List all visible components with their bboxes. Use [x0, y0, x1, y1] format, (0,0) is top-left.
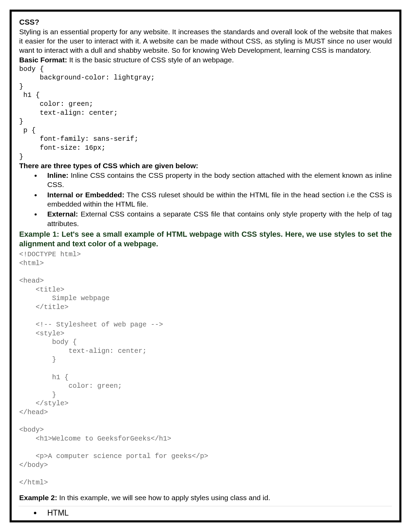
example1-heading: Example 1: Let's see a small example of …: [19, 230, 392, 249]
page-border: CSS? Styling is an essential property fo…: [10, 10, 401, 522]
type-desc: Inline CSS contains the CSS property in …: [47, 171, 392, 188]
code-block-basic-format: body { background-color: lightgray; } h1…: [19, 65, 392, 161]
document-page: CSS? Styling is an essential property fo…: [0, 0, 411, 532]
list-item: Inline: Inline CSS contains the CSS prop…: [41, 171, 392, 189]
type-desc: External CSS contains a separate CSS fil…: [47, 210, 392, 227]
css-types-list: Inline: Inline CSS contains the CSS prop…: [19, 171, 392, 228]
example2-list: HTML: [19, 508, 392, 518]
basic-format-label: Basic Format:: [19, 56, 67, 64]
example2-text: In this example, we will see how to appl…: [57, 494, 270, 502]
css-heading: CSS?: [19, 18, 392, 27]
type-name: External:: [47, 210, 78, 218]
intro-paragraph: Styling is an essential property for any…: [19, 27, 392, 55]
basic-format-text: It is the basic structure of CSS style o…: [67, 56, 234, 64]
list-item: External: External CSS contains a separa…: [41, 209, 392, 228]
code-block-example1: <!DOCTYPE html> <html> <head> <title> Si…: [19, 250, 392, 487]
example2-line: Example 2: In this example, we will see …: [19, 494, 392, 502]
list-item: Internal or Embedded: The CSS ruleset sh…: [41, 190, 392, 209]
basic-format-line: Basic Format: It is the basic structure …: [19, 56, 392, 64]
types-heading: There are three types of CSS which are g…: [19, 162, 392, 170]
type-name: Inline:: [47, 171, 68, 179]
list-item: HTML: [41, 508, 392, 518]
example2-label: Example 2:: [19, 494, 57, 502]
type-name: Internal or Embedded:: [47, 191, 124, 199]
divider-line: [18, 506, 392, 506]
